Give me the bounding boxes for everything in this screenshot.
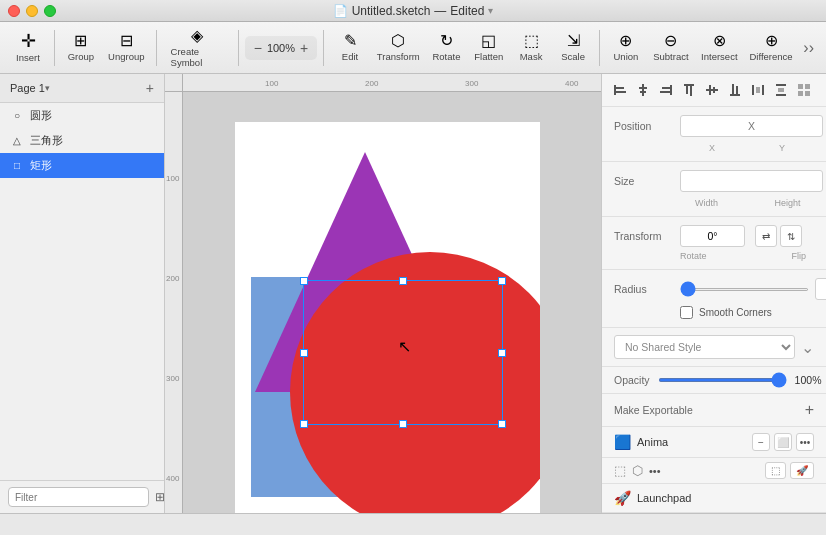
circle-layer-icon: ○ [10,110,24,121]
minimize-button[interactable] [26,5,38,17]
align-middle-v-button[interactable] [702,80,722,100]
mask-label: Mask [520,51,543,62]
width-input[interactable] [680,170,823,192]
svg-rect-11 [690,86,692,96]
ruler-v-400: 400 [166,474,179,483]
smooth-corners-checkbox[interactable] [680,306,693,319]
toolbar-separator [54,30,55,66]
tidy-up-button[interactable] [794,80,814,100]
add-layer-button[interactable]: + [146,80,154,96]
radius-slider[interactable] [680,288,809,291]
more-tools-button[interactable]: ›› [799,39,818,57]
layer-item-circle[interactable]: ○ 圆形 [0,103,164,128]
subtract-icon: ⊖ [664,33,677,49]
anima-sub-more[interactable]: ••• [649,465,661,477]
svg-rect-15 [730,94,740,96]
align-bottom-button[interactable] [725,80,745,100]
distribute-h-button[interactable] [748,80,768,100]
create-symbol-icon: ◈ [191,28,203,44]
opacity-row: Opacity 100% [602,367,826,394]
ruler-h-200: 200 [365,79,378,88]
smooth-corners-label: Smooth Corners [699,307,772,318]
intersect-button[interactable]: ⊗ Intersect [696,29,743,66]
maximize-button[interactable] [44,5,56,17]
position-x-input[interactable] [680,115,823,137]
insert-label: Insert [16,52,40,63]
flatten-icon: ◱ [481,33,496,49]
edit-label: Edit [342,51,358,62]
title-arrow[interactable]: ▾ [488,5,493,16]
width-label: Width [680,198,733,208]
transform-button[interactable]: ⬡ Transform [372,29,424,66]
ruler-h-300: 300 [465,79,478,88]
titlebar: 📄 Untitled.sketch — Edited ▾ [0,0,826,22]
canvas-content[interactable]: ↖ [183,92,601,513]
create-symbol-label: Create Symbol [171,46,224,68]
group-icon: ⊞ [74,33,87,49]
rect-layer-name: 矩形 [30,158,52,173]
svg-rect-16 [732,84,734,94]
svg-rect-23 [778,88,784,92]
flatten-button[interactable]: ◱ Flatten [468,29,509,66]
anima-minimize-button[interactable]: − [752,433,770,451]
layer-item-triangle[interactable]: △ 三角形 [0,128,164,153]
svg-rect-26 [798,91,803,96]
add-exportable-icon[interactable]: + [805,401,814,419]
toolbar-separator-3 [238,30,239,66]
union-button[interactable]: ⊕ Union [606,29,646,66]
rotate-label: Rotate [432,51,460,62]
opacity-slider[interactable] [658,378,787,382]
triangle-layer-icon: △ [10,135,24,146]
anima-more-button[interactable]: ••• [796,433,814,451]
rotate-input[interactable] [680,225,745,247]
rotate-button[interactable]: ↻ Rotate [426,29,466,66]
close-button[interactable] [8,5,20,17]
subtract-button[interactable]: ⊖ Subtract [648,29,694,66]
radius-input[interactable] [815,278,826,300]
make-exportable-row[interactable]: Make Exportable + [602,394,826,427]
page-arrow-icon[interactable]: ▾ [45,83,50,93]
title-status: Edited [450,4,484,18]
ruler-vertical: 100 200 300 400 [165,92,183,513]
zoom-in-button[interactable]: + [297,40,311,56]
scale-button[interactable]: ⇲ Scale [553,29,593,66]
svg-rect-27 [805,91,810,96]
difference-button[interactable]: ⊕ Difference [745,29,798,66]
svg-rect-21 [776,84,786,86]
anima-expand-button[interactable]: ⬜ [774,433,792,451]
svg-rect-25 [805,84,810,89]
insert-button[interactable]: ✛ Insert [8,28,48,67]
anima-sub-button1[interactable]: ⬚ [765,462,786,479]
mask-button[interactable]: ⬚ Mask [511,29,551,66]
align-top-button[interactable] [679,80,699,100]
shared-style-select[interactable]: No Shared Style [614,335,795,359]
ruler-h-100: 100 [265,79,278,88]
anima-sub-button2[interactable]: 🚀 [790,462,814,479]
distribute-v-button[interactable] [771,80,791,100]
align-center-h-button[interactable] [633,80,653,100]
radius-row: Radius [614,278,814,300]
ungroup-button[interactable]: ⊟ Ungroup [103,29,150,66]
size-label: Size [614,175,674,187]
transform-section: Transform ⇄ ⇅ Rotate Flip [602,217,826,270]
page-title[interactable]: Page 1 [10,82,45,94]
position-label: Position [614,120,674,132]
edit-button[interactable]: ✎ Edit [330,29,370,66]
rect-layer-icon: □ [10,160,24,171]
zoom-value[interactable]: 100% [267,42,295,54]
flip-v-button[interactable]: ⇅ [780,225,802,247]
group-button[interactable]: ⊞ Group [61,29,101,66]
ungroup-label: Ungroup [108,51,144,62]
create-symbol-button[interactable]: ◈ Create Symbol [163,24,232,72]
flatten-label: Flatten [474,51,503,62]
grid-view-icon[interactable]: ⊞ [155,490,165,504]
zoom-out-button[interactable]: − [251,40,265,56]
flip-h-button[interactable]: ⇄ [755,225,777,247]
canvas-area[interactable]: 100 200 300 400 100 200 300 400 [165,74,601,513]
window-title: 📄 Untitled.sketch — Edited ▾ [333,4,494,18]
align-left-button[interactable] [610,80,630,100]
shared-style-chevron[interactable]: ⌄ [801,338,814,357]
layer-item-rect[interactable]: □ 矩形 [0,153,164,178]
align-right-button[interactable] [656,80,676,100]
filter-input[interactable] [8,487,149,507]
